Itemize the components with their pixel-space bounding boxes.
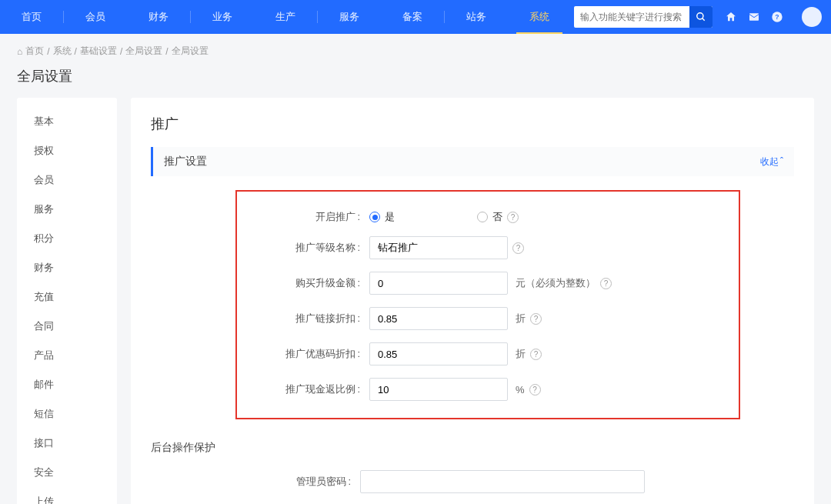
chevron-up-icon: ˆ	[780, 156, 783, 167]
enable-radio-yes[interactable]: 是	[369, 210, 395, 224]
sidebar-item-recharge[interactable]: 充值	[17, 282, 117, 312]
help-icon[interactable]: ?	[771, 11, 783, 23]
nav-item-service[interactable]: 服务	[318, 0, 381, 34]
mail-icon[interactable]	[748, 11, 760, 23]
search-box	[574, 6, 713, 28]
breadcrumb-current: 全局设置	[172, 45, 209, 58]
sidebar-item-mail[interactable]: 邮件	[17, 370, 117, 399]
upgrade-label: 购买升级金额	[268, 276, 360, 290]
nav-item-business[interactable]: 业务	[191, 0, 254, 34]
breadcrumb: ⌂ 首页/ 系统/ 基础设置/ 全局设置/ 全局设置	[0, 34, 831, 64]
sidebar-item-auth[interactable]: 授权	[17, 136, 117, 165]
promotion-settings-box: 开启推广 是 否 ? 推广等级名称 ?	[235, 190, 740, 419]
avatar[interactable]	[802, 7, 822, 27]
sidebar-item-upload[interactable]: 上传	[17, 487, 117, 504]
help-icon[interactable]: ?	[529, 384, 541, 396]
section-header: 推广设置 收起 ˆ	[151, 147, 794, 176]
main-title: 推广	[151, 115, 794, 133]
coupon-discount-input[interactable]	[369, 342, 508, 365]
top-icons: ?	[725, 7, 822, 27]
breadcrumb-link[interactable]: 全局设置	[125, 45, 162, 58]
sidebar-item-points[interactable]: 积分	[17, 224, 117, 253]
search-button[interactable]	[689, 6, 713, 28]
help-icon[interactable]: ?	[530, 313, 542, 325]
breadcrumb-link[interactable]: 基础设置	[80, 45, 117, 58]
upgrade-suffix: 元（必须为整数）	[516, 276, 596, 290]
nav-item-beian[interactable]: 备案	[381, 0, 444, 34]
svg-text:?: ?	[775, 13, 779, 21]
nav-item-production[interactable]: 生产	[254, 0, 317, 34]
svg-point-0	[697, 13, 703, 19]
cashback-input[interactable]	[369, 378, 508, 401]
level-input[interactable]	[369, 236, 508, 259]
sidebar-item-basic[interactable]: 基本	[17, 107, 117, 136]
nav-item-system[interactable]: 系统	[508, 0, 571, 34]
breadcrumb-link[interactable]: 首页	[25, 45, 44, 58]
sidebar-item-contract[interactable]: 合同	[17, 312, 117, 341]
sidebar-item-sms[interactable]: 短信	[17, 399, 117, 429]
cashback-label: 推广现金返比例	[268, 382, 360, 396]
help-icon[interactable]: ?	[507, 212, 519, 223]
nav-item-home[interactable]: 首页	[0, 0, 63, 34]
enable-label: 开启推广	[268, 210, 360, 224]
sidebar-item-member[interactable]: 会员	[17, 165, 117, 195]
section-title: 推广设置	[164, 155, 207, 169]
collapse-toggle[interactable]: 收起 ˆ	[760, 155, 783, 169]
cashback-suffix: %	[516, 384, 525, 396]
sidebar-item-product[interactable]: 产品	[17, 341, 117, 370]
protect-title: 后台操作保护	[151, 441, 794, 455]
svg-line-1	[703, 18, 705, 21]
link-discount-input[interactable]	[369, 307, 508, 330]
nav-menu: 首页 会员 财务 业务 生产 服务 备案 站务 系统	[0, 0, 571, 34]
nav-item-finance[interactable]: 财务	[127, 0, 190, 34]
svg-rect-2	[749, 13, 759, 20]
breadcrumb-link[interactable]: 系统	[53, 45, 72, 58]
nav-item-member[interactable]: 会员	[64, 0, 127, 34]
home-icon[interactable]	[725, 11, 737, 23]
help-icon[interactable]: ?	[600, 278, 612, 289]
sidebar-item-service[interactable]: 服务	[17, 195, 117, 224]
coupon-label: 推广优惠码折扣	[268, 347, 360, 361]
main-content: 推广 推广设置 收起 ˆ 开启推广 是 否 ?	[131, 98, 814, 504]
upgrade-input[interactable]	[369, 272, 508, 295]
level-label: 推广等级名称	[268, 241, 360, 255]
sidebar-item-api[interactable]: 接口	[17, 429, 117, 458]
sidebar-item-security[interactable]: 安全	[17, 458, 117, 487]
admin-pwd-label: 管理员密码	[266, 475, 351, 489]
search-icon	[696, 12, 706, 22]
nav-item-site[interactable]: 站务	[445, 0, 508, 34]
coupon-suffix: 折	[516, 347, 526, 361]
help-icon[interactable]: ?	[512, 242, 524, 254]
link-label: 推广链接折扣	[268, 312, 360, 325]
link-suffix: 折	[516, 312, 526, 325]
admin-pwd-input[interactable]	[360, 470, 645, 493]
help-icon[interactable]: ?	[530, 349, 542, 360]
top-navbar: 首页 会员 财务 业务 生产 服务 备案 站务 系统 ?	[0, 0, 831, 34]
settings-sidebar: 基本 授权 会员 服务 积分 财务 充值 合同 产品 邮件 短信 接口 安全 上…	[17, 98, 117, 504]
enable-radio-no[interactable]: 否	[477, 210, 502, 224]
page-title: 全局设置	[0, 64, 831, 98]
search-input[interactable]	[574, 12, 689, 22]
sidebar-item-finance[interactable]: 财务	[17, 253, 117, 282]
breadcrumb-home-icon: ⌂	[17, 46, 22, 57]
